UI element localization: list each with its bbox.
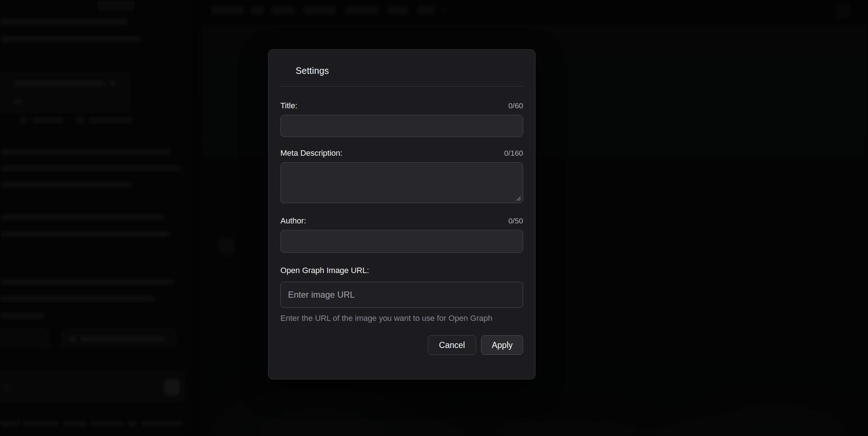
author-counter: 0/50 (508, 217, 523, 225)
og-image-url-label: Open Graph Image URL: (280, 266, 369, 275)
meta-description-counter: 0/160 (504, 149, 523, 158)
divider (280, 86, 523, 87)
meta-description-label: Meta Description: (280, 148, 342, 158)
settings-dialog: Settings Title: 0/60 Meta Description: 0… (268, 49, 535, 380)
apply-button[interactable]: Apply (481, 335, 523, 355)
author-input[interactable] (280, 230, 523, 253)
title-label: Title: (280, 101, 297, 110)
author-label: Author: (280, 216, 306, 226)
og-image-url-input[interactable] (280, 282, 523, 308)
dialog-title: Settings (296, 66, 523, 76)
app-window: ✕ (0, 0, 868, 436)
meta-description-textarea[interactable] (280, 162, 523, 203)
title-counter: 0/60 (508, 101, 523, 110)
resize-handle-icon[interactable] (515, 195, 521, 201)
og-image-url-helper-text: Enter the URL of the image you want to u… (280, 314, 523, 323)
cancel-button[interactable]: Cancel (428, 335, 476, 355)
title-input[interactable] (280, 115, 523, 137)
